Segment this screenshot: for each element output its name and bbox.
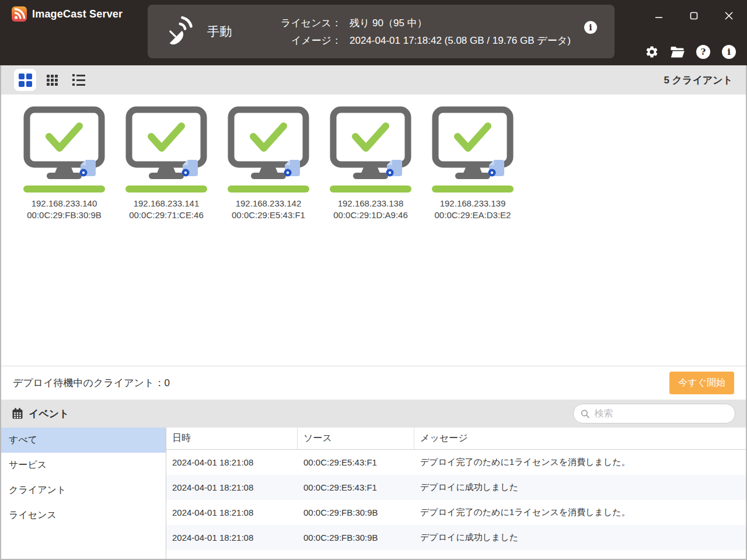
titlebar: ImageCast Server 手動 ライセンス： 残り 90（95 中） イ… (0, 0, 747, 65)
event-time: 2024-04-01 18:21:08 (166, 500, 298, 525)
client-monitor-success-icon (20, 106, 109, 182)
deploy-mode-label: 手動 (207, 23, 271, 40)
status-panel: 手動 ライセンス： 残り 90（95 中） イメージ： 2024-04-01 1… (148, 5, 615, 58)
client-progress-bar (23, 186, 105, 192)
client-ip: 192.168.233.138 (338, 198, 404, 209)
info-icon[interactable]: i (721, 44, 736, 60)
column-header-time[interactable]: 日時 (166, 428, 298, 449)
client-card[interactable]: 192.168.233.142 00:0C:29:E5:43:F1 (224, 106, 313, 366)
client-monitor-success-icon (326, 106, 415, 182)
column-header-message[interactable]: メッセージ (414, 428, 746, 449)
client-progress-bar (228, 186, 309, 192)
settings-gear-icon[interactable] (644, 44, 659, 60)
help-icon[interactable]: ? (696, 44, 711, 60)
start-now-button[interactable]: 今すぐ開始 (669, 372, 734, 394)
event-filter-item-すべて[interactable]: すべて (1, 428, 166, 453)
event-source: 00:0C:29:E5:43:F1 (298, 450, 414, 475)
event-filter-item-ライセンス[interactable]: ライセンス (1, 503, 166, 528)
calendar-icon (12, 408, 23, 419)
list-view-icon (72, 74, 85, 86)
client-mac: 00:0C:29:EA:D3:E2 (435, 209, 511, 221)
event-section-header: イベント (1, 400, 746, 428)
client-grid: 192.168.233.140 00:0C:29:FB:30:9B 192.16… (1, 94, 746, 366)
client-count-label: 5 クライアント (664, 74, 733, 87)
event-source: 00:0C:29:FB:30:9B (298, 525, 414, 550)
event-table-row[interactable]: 2024-04-01 18:21:08 00:0C:29:FB:30:9B デプ… (166, 525, 746, 550)
app-brand: ImageCast Server (12, 6, 123, 22)
event-table: 日時 ソース メッセージ 2024-04-01 18:21:08 00:0C:2… (166, 428, 746, 559)
list-view-button[interactable] (68, 69, 90, 91)
event-table-header: 日時 ソース メッセージ (166, 428, 746, 450)
view-toolbar: 5 クライアント (1, 65, 746, 94)
event-filter-item-クライアント[interactable]: クライアント (1, 478, 166, 503)
client-progress-bar (432, 186, 514, 192)
client-ip: 192.168.233.142 (236, 198, 302, 209)
app-body: 5 クライアント 192.168.233.140 00:0C:29:FB:30:… (0, 65, 747, 560)
open-folder-icon[interactable] (670, 44, 685, 60)
client-mac: 00:0C:29:1D:A9:46 (333, 209, 408, 221)
small-grid-view-button[interactable] (41, 69, 63, 91)
event-search-input[interactable] (594, 408, 728, 419)
client-ip: 192.168.233.141 (134, 198, 200, 209)
event-time: 2024-04-01 18:21:08 (166, 475, 298, 500)
event-message: デプロイに成功しました (414, 475, 746, 500)
window-controls (649, 7, 739, 24)
event-source: 00:0C:29:E5:43:F1 (298, 475, 414, 500)
titlebar-actions: ? i (644, 44, 736, 60)
satellite-dish-icon (162, 15, 194, 48)
small-grid-view-icon (47, 75, 58, 86)
client-progress-bar (125, 186, 207, 192)
large-grid-view-icon (19, 74, 32, 87)
client-card[interactable]: 192.168.233.140 00:0C:29:FB:30:9B (20, 106, 109, 366)
license-info-icon[interactable]: i (584, 21, 597, 34)
client-monitor-success-icon (224, 106, 313, 182)
client-monitor-success-icon (122, 106, 211, 182)
deploy-status-row: デプロイ待機中のクライアント：0 今すぐ開始 (1, 366, 746, 400)
client-ip: 192.168.233.139 (440, 198, 506, 209)
maximize-button[interactable] (684, 7, 704, 24)
client-monitor-success-icon (428, 106, 517, 182)
app-title: ImageCast Server (32, 8, 123, 20)
event-time: 2024-04-01 18:21:08 (166, 450, 298, 475)
event-message: デプロイに成功しました (414, 525, 746, 550)
magnifier-icon (581, 409, 589, 419)
client-card[interactable]: 192.168.233.138 00:0C:29:1D:A9:46 (326, 106, 415, 366)
event-table-row[interactable]: 2024-04-01 18:21:08 00:0C:29:FB:30:9B デプ… (166, 500, 746, 525)
license-summary: ライセンス： 残り 90（95 中） イメージ： 2024-04-01 17:1… (271, 16, 571, 47)
client-progress-bar (330, 186, 411, 192)
close-button[interactable] (719, 7, 739, 24)
event-filter-sidebar: すべて サービス クライアント ライセンス (1, 428, 166, 559)
license-label: ライセンス： (271, 16, 341, 30)
event-search-box[interactable] (573, 404, 735, 424)
event-source: 00:0C:29:FB:30:9B (298, 500, 414, 525)
image-value: 2024-04-01 17:18:42 (5.08 GB / 19.76 GB … (350, 34, 571, 47)
event-message: デプロイ完了のために1ライセンスを消費しました。 (414, 450, 746, 475)
event-section-title: イベント (29, 407, 69, 421)
event-table-row[interactable]: 2024-04-01 18:21:08 00:0C:29:E5:43:F1 デプ… (166, 475, 746, 500)
minimize-button[interactable] (649, 7, 669, 24)
event-table-rows: 2024-04-01 18:21:08 00:0C:29:E5:43:F1 デプ… (166, 450, 746, 550)
large-grid-view-button[interactable] (14, 69, 36, 91)
client-ip: 192.168.233.140 (32, 198, 97, 209)
client-card[interactable]: 192.168.233.141 00:0C:29:71:CE:46 (122, 106, 211, 366)
column-header-source[interactable]: ソース (298, 428, 414, 449)
client-mac: 00:0C:29:71:CE:46 (129, 209, 204, 221)
event-table-row[interactable]: 2024-04-01 18:21:08 00:0C:29:E5:43:F1 デプ… (166, 450, 746, 475)
event-message: デプロイ完了のために1ライセンスを消費しました。 (414, 500, 746, 525)
event-filter-item-サービス[interactable]: サービス (1, 453, 166, 478)
license-value: 残り 90（95 中） (350, 16, 427, 30)
deploy-waiting-label: デプロイ待機中のクライアント：0 (13, 376, 170, 390)
client-mac: 00:0C:29:E5:43:F1 (232, 209, 305, 221)
event-time: 2024-04-01 18:21:08 (166, 525, 298, 550)
app-logo-rss-icon (12, 6, 27, 22)
client-card[interactable]: 192.168.233.139 00:0C:29:EA:D3:E2 (428, 106, 517, 366)
client-mac: 00:0C:29:FB:30:9B (27, 209, 102, 221)
event-body: すべて サービス クライアント ライセンス 日時 ソース メッセージ 2024-… (1, 428, 746, 559)
image-label: イメージ： (271, 34, 341, 47)
